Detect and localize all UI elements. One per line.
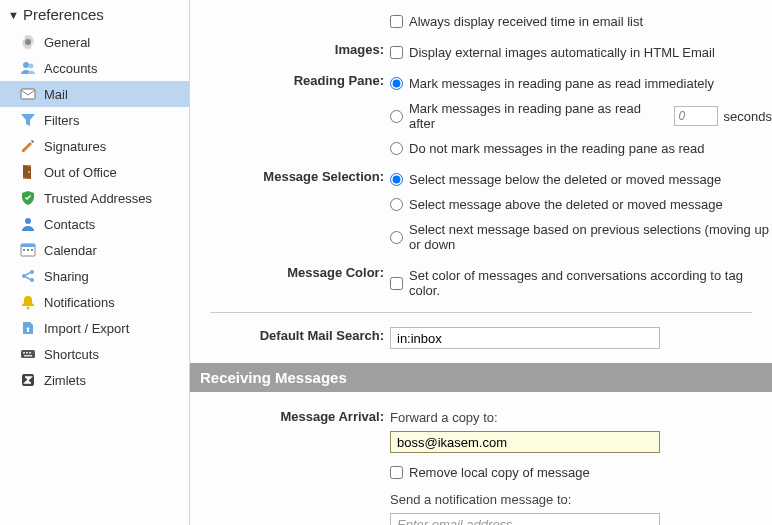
shortcuts-icon [20, 346, 36, 362]
sidebar-item-label: Out of Office [44, 165, 117, 180]
sidebar-item-label: Calendar [44, 243, 97, 258]
svg-rect-18 [29, 352, 31, 354]
option-label: Mark messages in reading pane as read af… [409, 101, 668, 131]
accounts-icon [20, 60, 36, 76]
send-notification-label: Send a notification message to: [390, 490, 772, 513]
reading-pane-donot-option[interactable]: Do not mark messages in the reading pane… [390, 137, 772, 162]
svg-point-0 [23, 62, 29, 68]
mail-icon [20, 86, 36, 102]
sidebar-item-mail[interactable]: Mail [0, 81, 189, 107]
sidebar-item-calendar[interactable]: Calendar [0, 237, 189, 263]
always-display-received-time-checkbox[interactable] [390, 15, 403, 28]
option-label: Mark messages in reading pane as read im… [409, 76, 714, 91]
signatures-icon [20, 138, 36, 154]
sidebar-item-import-export[interactable]: Import / Export [0, 315, 189, 341]
message-color-checkbox[interactable] [390, 277, 403, 290]
remove-local-copy-option[interactable]: Remove local copy of message [390, 461, 772, 486]
receiving-messages-header: Receiving Messages [190, 363, 772, 392]
message-arrival-label: Message Arrival: [190, 406, 390, 424]
contacts-icon [20, 216, 36, 232]
svg-point-5 [25, 218, 31, 224]
reading-pane-after-seconds-input[interactable] [674, 106, 718, 126]
select-above-radio[interactable] [390, 198, 403, 211]
option-label: Remove local copy of message [409, 465, 590, 480]
gear-icon [20, 34, 36, 50]
remove-local-copy-checkbox[interactable] [390, 466, 403, 479]
display-external-images-checkbox[interactable] [390, 46, 403, 59]
preferences-sidebar: ▼ Preferences GeneralAccountsMailFilters… [0, 0, 190, 525]
display-external-images-option[interactable]: Display external images automatically in… [390, 41, 772, 66]
reading-pane-immediate-option[interactable]: Mark messages in reading pane as read im… [390, 72, 772, 97]
sidebar-title: Preferences [23, 6, 104, 23]
select-below-radio[interactable] [390, 173, 403, 186]
collapse-triangle-icon: ▼ [8, 9, 19, 21]
filters-icon [20, 112, 36, 128]
shield-icon [20, 190, 36, 206]
sidebar-item-filters[interactable]: Filters [0, 107, 189, 133]
option-label: Select message above the deleted or move… [409, 197, 723, 212]
sidebar-item-label: Accounts [44, 61, 97, 76]
zimlets-icon [20, 372, 36, 388]
send-notification-input[interactable] [390, 513, 660, 525]
select-above-option[interactable]: Select message above the deleted or move… [390, 193, 772, 218]
reading-pane-immediate-radio[interactable] [390, 77, 403, 90]
sidebar-item-signatures[interactable]: Signatures [0, 133, 189, 159]
sidebar-item-trusted-addresses[interactable]: Trusted Addresses [0, 185, 189, 211]
images-label: Images: [190, 39, 390, 57]
sidebar-item-zimlets[interactable]: Zimlets [0, 367, 189, 393]
select-previous-radio[interactable] [390, 231, 403, 244]
option-label: Always display received time in email li… [409, 14, 643, 29]
calendar-icon [20, 242, 36, 258]
default-mail-search-input[interactable] [390, 327, 660, 349]
select-previous-option[interactable]: Select next message based on previous se… [390, 218, 772, 258]
svg-point-1 [29, 64, 34, 69]
sidebar-item-accounts[interactable]: Accounts [0, 55, 189, 81]
option-label: Set color of messages and conversations … [409, 268, 772, 298]
reading-pane-after-radio[interactable] [390, 110, 403, 123]
option-suffix: seconds [724, 109, 772, 124]
forward-copy-input[interactable] [390, 431, 660, 453]
sidebar-item-label: Zimlets [44, 373, 86, 388]
svg-point-14 [27, 307, 30, 310]
svg-rect-9 [27, 249, 29, 251]
sidebar-item-contacts[interactable]: Contacts [0, 211, 189, 237]
svg-rect-19 [24, 355, 32, 357]
sidebar-item-notifications[interactable]: Notifications [0, 289, 189, 315]
sidebar-item-label: Sharing [44, 269, 89, 284]
sidebar-item-label: Signatures [44, 139, 106, 154]
sidebar-item-general[interactable]: General [0, 29, 189, 55]
sidebar-item-label: General [44, 35, 90, 50]
sidebar-item-label: Contacts [44, 217, 95, 232]
option-label: Select message below the deleted or move… [409, 172, 721, 187]
sidebar-item-label: Trusted Addresses [44, 191, 152, 206]
svg-point-12 [30, 270, 34, 274]
svg-rect-8 [23, 249, 25, 251]
reading-pane-donot-radio[interactable] [390, 142, 403, 155]
door-icon [20, 164, 36, 180]
message-selection-label: Message Selection: [190, 166, 390, 184]
sidebar-item-label: Notifications [44, 295, 115, 310]
select-below-option[interactable]: Select message below the deleted or move… [390, 168, 772, 193]
svg-point-11 [22, 274, 26, 278]
option-label: Select next message based on previous se… [409, 222, 772, 252]
sidebar-item-shortcuts[interactable]: Shortcuts [0, 341, 189, 367]
svg-rect-2 [21, 89, 35, 99]
message-color-option[interactable]: Set color of messages and conversations … [390, 264, 772, 304]
svg-point-13 [30, 278, 34, 282]
preferences-main-panel: Always display received time in email li… [190, 0, 772, 525]
svg-rect-16 [23, 352, 25, 354]
bell-icon [20, 294, 36, 310]
reading-pane-label: Reading Pane: [190, 70, 390, 88]
reading-pane-after-option[interactable]: Mark messages in reading pane as read af… [390, 97, 772, 137]
section-divider [210, 312, 752, 313]
always-display-received-time-option[interactable]: Always display received time in email li… [390, 10, 772, 35]
option-label: Display external images automatically in… [409, 45, 715, 60]
importexport-icon [20, 320, 36, 336]
preferences-header[interactable]: ▼ Preferences [0, 2, 189, 29]
sidebar-item-sharing[interactable]: Sharing [0, 263, 189, 289]
sidebar-item-label: Mail [44, 87, 68, 102]
svg-rect-7 [21, 244, 35, 247]
default-mail-search-label: Default Mail Search: [190, 325, 390, 343]
svg-rect-10 [31, 249, 33, 251]
sidebar-item-out-of-office[interactable]: Out of Office [0, 159, 189, 185]
